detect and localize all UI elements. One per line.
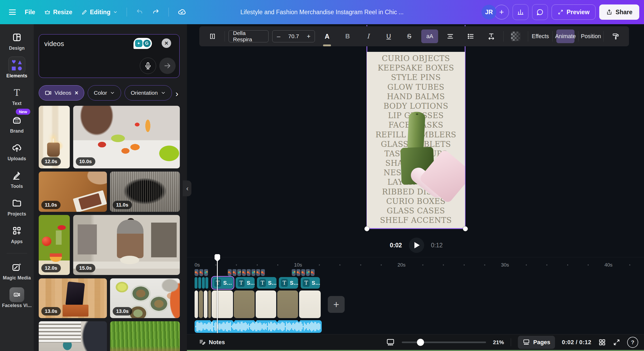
strikethrough-button[interactable]: S: [401, 29, 418, 43]
element-clip-thumbnail[interactable]: [311, 269, 315, 276]
clear-search-button[interactable]: ×: [162, 38, 171, 48]
position-button[interactable]: Position: [582, 29, 600, 43]
help-button[interactable]: ?: [627, 337, 638, 348]
sidebar-item-projects[interactable]: Projects: [0, 197, 34, 217]
video-clip[interactable]: [208, 290, 211, 318]
sidebar-item-apps[interactable]: Apps: [0, 225, 34, 244]
element-clip-thumbnail[interactable]: [204, 269, 208, 276]
text-clip[interactable]: TS…: [301, 277, 320, 289]
insights-button[interactable]: [513, 4, 528, 20]
video-clip[interactable]: [256, 290, 276, 318]
resize-handle-bottom-right[interactable]: [463, 226, 468, 231]
text-align-icon[interactable]: [442, 29, 459, 43]
undo-button[interactable]: [136, 8, 143, 16]
filter-chip-videos[interactable]: Videos×: [39, 85, 84, 101]
add-clip-button[interactable]: +: [328, 296, 345, 313]
text-clip-sliver[interactable]: [198, 277, 201, 289]
sidebar-item-tools[interactable]: Tools: [0, 170, 34, 189]
font-size-increase-button[interactable]: +: [303, 32, 315, 40]
element-clip-thumbnail[interactable]: [306, 269, 310, 276]
audio-clip[interactable]: [195, 320, 322, 333]
share-button[interactable]: Share: [599, 4, 639, 20]
video-clip[interactable]: [299, 290, 321, 318]
file-menu[interactable]: File: [25, 9, 35, 16]
element-clip-thumbnail[interactable]: [247, 269, 251, 276]
video-result-ribbed-abstract[interactable]: 11.0s: [110, 172, 180, 212]
video-clip[interactable]: [277, 290, 298, 318]
canvas-page[interactable]: CURIO OBJECTSKEEPSAKE BOXESSTYLE PINSGLO…: [367, 52, 465, 229]
elements-track[interactable]: [187, 269, 644, 276]
effects-button[interactable]: Effects: [532, 29, 549, 43]
video-clip[interactable]: [199, 290, 203, 318]
document-title[interactable]: Lifestyle and Fashion Merchandise Instag…: [240, 9, 404, 16]
menu-icon[interactable]: [9, 9, 16, 15]
video-result-desk-window[interactable]: [39, 321, 107, 351]
underline-button[interactable]: U: [380, 29, 397, 43]
element-clip-thumbnail[interactable]: [256, 269, 260, 276]
text-box-icon[interactable]: [204, 29, 221, 43]
search-input[interactable]: videos ✦ G ×: [39, 34, 180, 78]
zoom-slider-knob[interactable]: [417, 339, 424, 346]
video-track[interactable]: [187, 290, 644, 318]
element-clip-thumbnail[interactable]: [292, 269, 296, 276]
copy-style-roller-icon[interactable]: [607, 29, 624, 43]
redo-button[interactable]: [152, 8, 160, 16]
text-clip[interactable]: TS…: [257, 277, 276, 289]
bullet-list-icon[interactable]: [462, 29, 479, 43]
text-clip-sliver[interactable]: [195, 277, 197, 289]
element-clip-thumbnail[interactable]: [261, 269, 265, 276]
video-result-fruit-table[interactable]: 10.0s: [73, 106, 180, 168]
element-clip-thumbnail[interactable]: [242, 269, 246, 276]
filter-chip-color[interactable]: Color: [88, 85, 121, 101]
video-result-green-still-life[interactable]: 12.0s: [39, 215, 70, 275]
font-name-field[interactable]: Della Respira: [229, 30, 269, 42]
element-clip-thumbnail[interactable]: [251, 269, 255, 276]
text-clip[interactable]: TS…: [279, 277, 298, 289]
element-clip-thumbnail[interactable]: [199, 269, 203, 276]
video-clip[interactable]: [234, 290, 255, 318]
video-clip[interactable]: [204, 290, 207, 318]
video-result-baker[interactable]: 15.0s: [73, 215, 180, 275]
font-size-decrease-button[interactable]: –: [273, 32, 285, 40]
chips-scroll-right-icon[interactable]: ›: [172, 88, 181, 98]
video-result-phone-stand[interactable]: 13.0s: [39, 278, 107, 318]
sidebar-item-design[interactable]: Design: [0, 32, 34, 51]
text-clip-sliver[interactable]: [202, 277, 205, 289]
element-clip-thumbnail[interactable]: [232, 269, 236, 276]
text-clip[interactable]: TS…: [236, 277, 255, 289]
video-result-notebook-wood[interactable]: 11.0s: [39, 172, 107, 212]
text-case-button[interactable]: aA: [421, 29, 438, 43]
font-size-value[interactable]: 70.7: [285, 33, 303, 39]
fullscreen-icon[interactable]: [613, 339, 620, 346]
text-spacing-icon[interactable]: [483, 29, 500, 43]
text-track[interactable]: TS…TS…TS…TS…TS…: [187, 277, 644, 289]
text-color-button[interactable]: A: [319, 29, 335, 43]
video-clip[interactable]: [212, 290, 233, 318]
timeline-view-icon[interactable]: [386, 338, 395, 346]
play-button[interactable]: [409, 238, 424, 253]
text-clip-selected[interactable]: TS…: [212, 277, 234, 289]
grid-view-icon[interactable]: [598, 338, 606, 346]
sidebar-item-text[interactable]: TText: [0, 87, 34, 106]
video-result-grass[interactable]: [110, 321, 180, 351]
avatar[interactable]: JR: [482, 5, 496, 19]
playhead-handle[interactable]: [214, 254, 220, 262]
animate-button[interactable]: Animate: [556, 29, 574, 43]
element-clip-thumbnail[interactable]: [195, 269, 199, 276]
video-result-candle[interactable]: 12.0s: [39, 106, 70, 168]
notes-button[interactable]: Notes: [199, 339, 225, 346]
sidebar-item-brand[interactable]: NewcoBrand: [0, 114, 34, 134]
resize-button[interactable]: Resize: [44, 9, 72, 16]
element-clip-thumbnail[interactable]: [296, 269, 300, 276]
sidebar-item-magic-media[interactable]: Magic Media: [0, 261, 34, 281]
comments-button[interactable]: [532, 4, 548, 20]
video-clip[interactable]: [195, 290, 198, 318]
remove-filter-icon[interactable]: ×: [75, 89, 78, 97]
submit-search-button[interactable]: [159, 58, 176, 74]
pages-button[interactable]: Pages: [518, 336, 555, 349]
filter-chip-orientation[interactable]: Orientation: [125, 85, 172, 101]
editing-mode-dropdown[interactable]: Editing: [81, 9, 118, 16]
bold-button[interactable]: B: [339, 29, 356, 43]
sidebar-item-uploads[interactable]: Uploads: [0, 142, 34, 162]
playhead[interactable]: [217, 260, 218, 333]
